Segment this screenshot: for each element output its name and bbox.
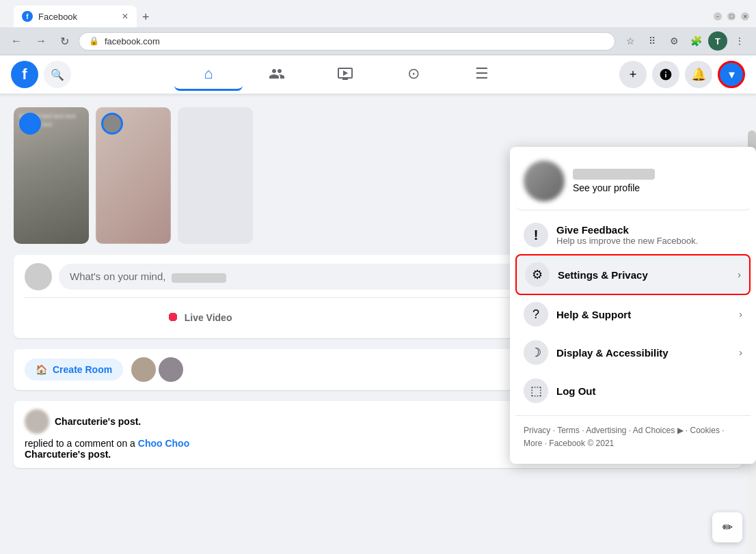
settings-privacy-text: Settings & Privacy — [558, 269, 729, 281]
story-avatar-2 — [101, 113, 123, 135]
display-chevron-icon: › — [739, 347, 742, 358]
browser-chrome: f Facebook ✕ + − ☐ ✕ ← → ↻ 🔒 facebook.co… — [0, 0, 756, 55]
help-support-item[interactable]: ? Help & Support › — [515, 295, 751, 333]
room-avatar-1 — [131, 357, 156, 382]
address-bar[interactable]: 🔒 facebook.com — [79, 32, 615, 51]
dropdown-footer: Privacy · Terms · Advertising · Ad Choic… — [515, 415, 751, 458]
address-text: facebook.com — [105, 36, 160, 46]
dropdown-profile-name — [573, 169, 655, 180]
settings-chevron-icon: › — [738, 269, 741, 280]
tab-close-button[interactable]: ✕ — [122, 12, 129, 21]
minimize-button[interactable]: − — [714, 12, 722, 20]
maximize-button[interactable]: ☐ — [727, 12, 735, 20]
active-tab[interactable]: f Facebook ✕ — [14, 5, 137, 27]
nav-home[interactable]: ⌂ — [174, 58, 243, 91]
close-button[interactable]: ✕ — [741, 12, 749, 20]
notifications-button[interactable]: 🔔 — [685, 61, 712, 88]
new-tab-button[interactable]: + — [137, 8, 155, 27]
display-accessibility-icon: ☽ — [524, 340, 548, 365]
story-card-2[interactable] — [96, 107, 171, 244]
help-support-icon: ? — [524, 302, 548, 327]
settings-privacy-icon: ⚙ — [525, 262, 550, 287]
story-card-3[interactable] — [178, 107, 253, 244]
notification-replied: replied to a comment on — [25, 438, 127, 449]
tab-favicon: f — [22, 11, 33, 22]
nav-menu[interactable]: ☰ — [448, 58, 516, 91]
fb-actions: + 🔔 ▾ — [619, 61, 745, 88]
display-accessibility-text: Display & Accessibility — [556, 347, 731, 359]
nav-groups[interactable]: ⊙ — [379, 58, 448, 91]
nav-watch[interactable] — [311, 58, 379, 91]
create-room-button[interactable]: 🏠 Create Room — [25, 359, 123, 380]
reload-button[interactable]: ↻ — [56, 32, 73, 51]
give-feedback-icon: ! — [524, 223, 548, 247]
search-button[interactable]: 🔍 — [44, 61, 71, 88]
create-room-icon: 🏠 — [36, 364, 47, 375]
dropdown-profile-see: See your profile — [573, 182, 655, 193]
settings-privacy-item[interactable]: ⚙ Settings & Privacy › — [515, 254, 751, 295]
fb-logo: f — [11, 61, 38, 88]
nav-friends[interactable] — [243, 58, 311, 91]
live-video-icon: ⏺ — [167, 310, 179, 324]
room-avatars — [131, 357, 183, 382]
notification-name: Charcuterie's post. — [55, 416, 141, 427]
room-avatar-2 — [159, 357, 183, 382]
tab-bar: f Facebook ✕ + — [7, 5, 162, 27]
back-button[interactable]: ← — [7, 32, 26, 50]
dropdown-profile-item[interactable]: See your profile — [515, 152, 751, 210]
story-avatar-1 — [19, 113, 41, 135]
messenger-button[interactable] — [652, 61, 679, 88]
live-video-button[interactable]: ⏺ Live Video — [156, 305, 243, 330]
notification-post: Charcuterie's post. — [25, 449, 111, 460]
help-support-text: Help & Support — [556, 309, 731, 320]
log-out-icon: ⬚ — [524, 378, 548, 403]
give-feedback-item[interactable]: ! Give Feedback Help us improve the new … — [515, 216, 751, 254]
extensions-grid-button[interactable]: ⠿ — [643, 31, 662, 51]
log-out-item[interactable]: ⬚ Log Out — [515, 372, 751, 410]
account-dropdown-button[interactable]: ▾ — [718, 61, 745, 88]
tab-title: Facebook — [38, 12, 77, 22]
browser-tools: ☆ ⠿ ⚙ 🧩 T ⋮ — [621, 31, 749, 51]
fb-nav: ⌂ ⊙ ☰ — [77, 58, 614, 91]
dropdown-menu: See your profile ! Give Feedback Help us… — [510, 147, 756, 464]
browser-titlebar: f Facebook ✕ + − ☐ ✕ — [0, 0, 756, 27]
forward-button[interactable]: → — [31, 32, 51, 50]
help-chevron-icon: › — [739, 309, 742, 320]
dropdown-avatar — [524, 161, 565, 202]
more-button[interactable]: ⋮ — [730, 31, 749, 51]
create-button[interactable]: + — [619, 61, 647, 88]
profile-avatar-button[interactable]: T — [708, 31, 727, 51]
puzzle-button[interactable]: 🧩 — [686, 31, 705, 51]
log-out-text: Log Out — [556, 385, 742, 397]
notification-link[interactable]: Choo Choo — [138, 438, 189, 449]
edit-fab-button[interactable]: ✏ — [712, 512, 742, 542]
settings-gear-button[interactable]: ⚙ — [664, 31, 684, 51]
fb-header: f 🔍 ⌂ ⊙ ☰ + 🔔 ▾ — [0, 55, 756, 94]
display-accessibility-item[interactable]: ☽ Display & Accessibility › — [515, 333, 751, 372]
post-avatar — [25, 263, 52, 290]
browser-toolbar: ← → ↻ 🔒 facebook.com ☆ ⠿ ⚙ 🧩 T ⋮ — [0, 27, 756, 55]
story-card-1[interactable]: text text text text text text text text — [14, 107, 89, 244]
give-feedback-text: Give Feedback Help us improve the new Fa… — [556, 224, 742, 246]
bookmark-button[interactable]: ☆ — [621, 31, 640, 51]
lock-icon: 🔒 — [89, 36, 99, 46]
